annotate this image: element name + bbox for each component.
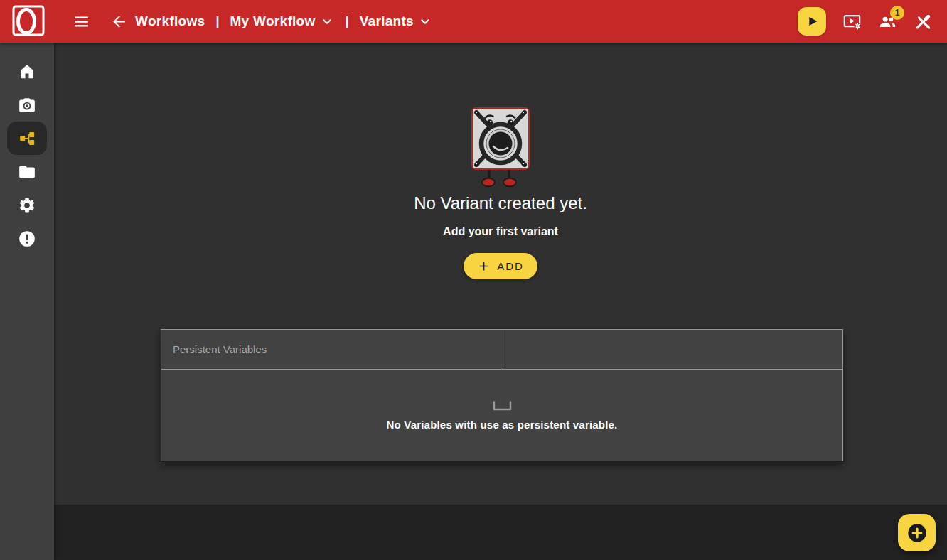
top-app-bar: Workflows | My Workflow | Variants bbox=[0, 0, 947, 43]
breadcrumb-separator: | bbox=[215, 14, 219, 29]
table-empty-message: No Variables with use as persistent vari… bbox=[387, 419, 618, 431]
menu-button[interactable] bbox=[73, 13, 90, 31]
bottom-strip bbox=[54, 505, 947, 560]
chevron-down-icon bbox=[319, 14, 335, 29]
play-icon bbox=[804, 14, 820, 29]
sidebar-item-workflows[interactable] bbox=[7, 122, 47, 155]
back-arrow-icon bbox=[110, 13, 128, 31]
gear-icon bbox=[18, 196, 36, 215]
sidebar-item-files[interactable] bbox=[7, 155, 47, 188]
workflow-selector[interactable]: My Workflow bbox=[230, 14, 334, 29]
column-header-empty bbox=[501, 330, 842, 369]
breadcrumb: Workflows | My Workflow | Variants bbox=[135, 14, 433, 29]
hamburger-menu-icon bbox=[73, 13, 90, 31]
error-icon bbox=[18, 230, 36, 248]
workflow-icon bbox=[18, 129, 36, 148]
users-button[interactable]: 1 bbox=[878, 12, 897, 31]
logo-o-icon bbox=[6, 3, 48, 40]
persistent-variables-table: Persistent Variables No Variables with u… bbox=[161, 329, 843, 461]
sidebar-item-home[interactable] bbox=[7, 55, 47, 88]
tools-button[interactable] bbox=[914, 12, 933, 31]
main-content: No Variant created yet. Add your first v… bbox=[54, 43, 947, 505]
sidebar-item-camera[interactable] bbox=[7, 88, 47, 122]
fab-add-button[interactable] bbox=[898, 514, 936, 551]
back-button[interactable] bbox=[110, 13, 128, 31]
variants-empty-state: No Variant created yet. Add your first v… bbox=[54, 43, 947, 279]
workflow-name: My Workflow bbox=[230, 14, 315, 29]
topbar-actions: 1 bbox=[798, 7, 947, 36]
breadcrumb-workflows[interactable]: Workflows bbox=[135, 14, 205, 29]
run-workflow-button[interactable] bbox=[798, 7, 826, 36]
add-button-label: ADD bbox=[497, 260, 524, 272]
plus-icon bbox=[477, 259, 491, 273]
video-settings-icon bbox=[842, 12, 862, 31]
app-logo[interactable] bbox=[0, 0, 54, 43]
empty-state-title: No Variant created yet. bbox=[414, 193, 587, 213]
empty-tray-icon bbox=[493, 400, 512, 411]
sidebar-nav bbox=[0, 43, 54, 560]
variants-label: Variants bbox=[360, 14, 414, 29]
sidebar-item-settings[interactable] bbox=[7, 188, 47, 222]
empty-state-subtitle: Add your first variant bbox=[443, 225, 558, 238]
tools-icon bbox=[914, 12, 933, 31]
breadcrumb-separator: | bbox=[346, 14, 349, 29]
chevron-down-icon bbox=[417, 14, 433, 29]
home-icon bbox=[18, 63, 36, 81]
table-empty-body: No Variables with use as persistent vari… bbox=[161, 370, 842, 461]
execution-settings-button[interactable] bbox=[842, 12, 862, 31]
column-header-persistent-variables: Persistent Variables bbox=[161, 330, 501, 369]
notification-badge: 1 bbox=[890, 6, 904, 20]
add-circle-icon bbox=[906, 522, 929, 544]
camera-icon bbox=[18, 96, 36, 114]
table-header-row: Persistent Variables bbox=[161, 330, 842, 370]
folder-icon bbox=[18, 163, 36, 181]
sidebar-item-errors[interactable] bbox=[7, 222, 47, 255]
variants-selector[interactable]: Variants bbox=[360, 14, 433, 29]
add-variant-button[interactable]: ADD bbox=[464, 253, 537, 279]
camera-robot-illustration bbox=[464, 104, 537, 188]
